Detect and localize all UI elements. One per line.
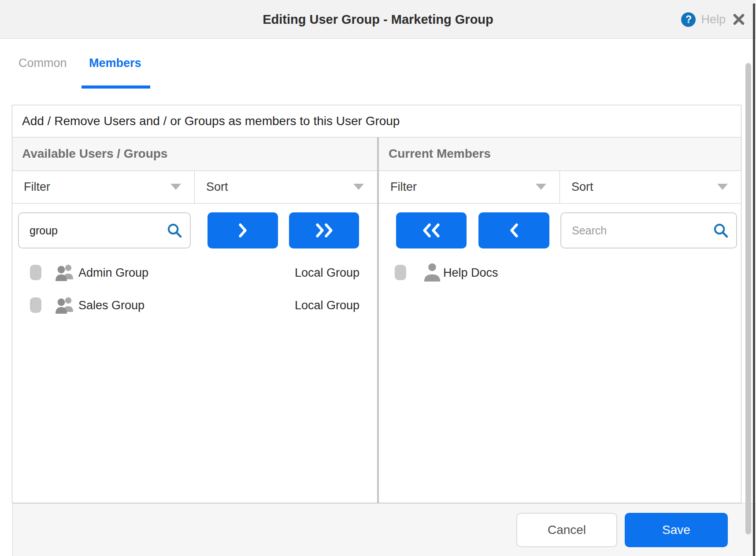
members-title: Current Members: [379, 137, 741, 170]
window-edge: [753, 4, 755, 556]
chevron-left-icon: [509, 223, 519, 238]
move-all-left-button[interactable]: [396, 212, 467, 248]
chevron-down-icon: [717, 184, 728, 190]
search-icon[interactable]: [712, 222, 729, 239]
members-controls: [379, 204, 741, 256]
group-icon: [53, 262, 77, 283]
move-all-right-button[interactable]: [289, 212, 359, 248]
move-selected-left-button[interactable]: [478, 212, 549, 248]
double-chevron-left-icon: [421, 223, 441, 238]
item-checkbox[interactable]: [30, 297, 41, 313]
members-section-header: Current Members: [379, 137, 741, 171]
chevron-down-icon: [536, 184, 546, 190]
members-filter-label: Filter: [390, 171, 417, 203]
item-type: Local Group: [295, 289, 359, 322]
members-list: Help Docs: [379, 256, 741, 289]
members-search-box: [560, 212, 737, 248]
members-sort-dropdown[interactable]: Sort: [560, 171, 741, 203]
panel-body: Available Users / Groups Filter Sort: [12, 137, 741, 503]
scrollbar-thumb[interactable]: [745, 63, 751, 534]
chevron-down-icon: [170, 184, 181, 190]
members-filter-sort-row: Filter Sort: [379, 171, 741, 204]
members-filter-dropdown[interactable]: Filter: [379, 171, 560, 203]
list-item[interactable]: Help Docs: [379, 256, 741, 289]
help-button[interactable]: ? Help: [681, 12, 726, 27]
available-search-box: [18, 212, 191, 248]
tab-members[interactable]: Members: [89, 56, 141, 70]
available-filter-dropdown[interactable]: Filter: [12, 171, 195, 203]
available-sort-dropdown[interactable]: Sort: [195, 171, 377, 203]
panel-caption: Add / Remove Users and / or Groups as me…: [12, 105, 741, 137]
members-search-input[interactable]: [561, 213, 736, 248]
current-members-column: Current Members Filter Sort: [379, 137, 741, 503]
move-selected-right-button[interactable]: [208, 212, 278, 248]
available-list: Admin Group Local Group Sales Group Loca…: [12, 256, 377, 322]
item-checkbox[interactable]: [395, 265, 406, 280]
search-icon[interactable]: [166, 222, 183, 239]
item-name: Admin Group: [78, 256, 148, 289]
list-item[interactable]: Admin Group Local Group: [12, 256, 377, 289]
double-chevron-right-icon: [314, 223, 334, 238]
available-filter-sort-row: Filter Sort: [12, 171, 377, 204]
available-section-header: Available Users / Groups: [12, 137, 377, 171]
dialog-header: Editing User Group - Marketing Group ? H…: [0, 0, 756, 39]
group-icon: [53, 294, 77, 315]
item-checkbox[interactable]: [30, 265, 41, 280]
dialog-footer: Cancel Save: [12, 503, 756, 556]
cancel-button[interactable]: Cancel: [516, 513, 617, 547]
available-sort-label: Sort: [206, 171, 228, 203]
available-column: Available Users / Groups Filter Sort: [12, 137, 377, 503]
item-name: Help Docs: [443, 256, 498, 289]
available-search-input[interactable]: [19, 213, 190, 248]
chevron-down-icon: [353, 184, 364, 190]
members-editor-panel: Add / Remove Users and / or Groups as me…: [12, 105, 741, 503]
dialog-title: Editing User Group - Marketing Group: [0, 0, 756, 39]
active-tab-underline: [82, 85, 150, 89]
chevron-right-icon: [237, 223, 248, 238]
user-icon: [422, 261, 442, 284]
panel-caption-row: Add / Remove Users and / or Groups as me…: [12, 105, 741, 137]
list-item[interactable]: Sales Group Local Group: [12, 289, 377, 322]
available-title: Available Users / Groups: [12, 137, 377, 170]
available-filter-label: Filter: [24, 171, 50, 203]
close-icon: [732, 13, 745, 26]
header-actions: ? Help: [681, 0, 745, 39]
help-label: Help: [701, 13, 726, 26]
members-sort-label: Sort: [571, 171, 593, 203]
item-type: Local Group: [295, 256, 359, 289]
help-icon: ?: [681, 12, 696, 27]
close-button[interactable]: [732, 13, 745, 26]
item-name: Sales Group: [78, 289, 145, 322]
tab-common[interactable]: Common: [19, 56, 67, 70]
edit-user-group-dialog: Editing User Group - Marketing Group ? H…: [0, 0, 756, 556]
available-controls: [12, 204, 377, 256]
save-button[interactable]: Save: [625, 513, 728, 547]
